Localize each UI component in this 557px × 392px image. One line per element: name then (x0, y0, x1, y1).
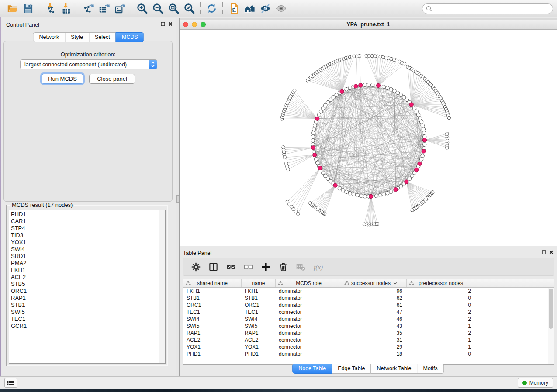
add-icon[interactable] (261, 262, 271, 272)
mcds-hub-node[interactable] (354, 84, 358, 88)
table-row[interactable]: ORC1ORC1dominator610 (183, 302, 554, 309)
cell-shared-name[interactable]: PHD1 (183, 351, 242, 358)
cell-MCDS-role[interactable]: connector (276, 337, 342, 344)
cell-MCDS-role[interactable]: connector (276, 323, 342, 330)
mcds-result-scrollbar[interactable] (159, 210, 165, 363)
cell-shared-name[interactable]: TEC1 (183, 309, 242, 316)
function-icon[interactable]: f(x) (313, 262, 323, 272)
mcds-hub-node[interactable] (313, 153, 317, 157)
close-table-panel-icon[interactable] (549, 250, 554, 254)
mcds-result-item[interactable]: ORC1 (11, 288, 165, 295)
delete-table-icon[interactable] (296, 262, 306, 272)
mcds-hub-node[interactable] (415, 168, 419, 172)
cell-successor-nodes[interactable]: 62 (342, 295, 407, 302)
import-table-icon[interactable] (59, 2, 73, 16)
close-panel-button[interactable]: Close panel (89, 74, 135, 84)
delete-icon[interactable] (278, 262, 288, 272)
cell-predecessor-nodes[interactable]: 2 (407, 330, 475, 337)
memory-button[interactable]: Memory (518, 378, 553, 388)
cell-MCDS-role[interactable]: dominator (276, 316, 342, 323)
cell-name[interactable]: TEC1 (242, 309, 276, 316)
table-row[interactable]: STB1STB1dominator620 (183, 295, 554, 302)
import-network-icon[interactable] (43, 2, 57, 16)
mcds-hub-node[interactable] (359, 83, 363, 87)
mcds-result-item[interactable]: TEC1 (11, 316, 165, 323)
mcds-result-item[interactable]: STB5 (11, 281, 165, 288)
table-row[interactable]: SWI5SWI5connector431 (183, 323, 554, 330)
cell-predecessor-nodes[interactable]: 2 (407, 316, 475, 323)
export-image-icon[interactable] (113, 2, 127, 16)
mcds-hub-node[interactable] (311, 146, 315, 150)
table-row[interactable]: SWI4SWI4dominator462 (183, 316, 554, 323)
cell-successor-nodes[interactable]: 35 (342, 330, 407, 337)
table-row[interactable]: YOX1YOX1connector291 (183, 344, 554, 351)
cell-name[interactable]: RAP1 (242, 330, 276, 337)
mcds-hub-node[interactable] (422, 138, 426, 142)
cell-predecessor-nodes[interactable]: 1 (407, 337, 475, 344)
cell-predecessor-nodes[interactable]: 1 (407, 323, 475, 330)
cell-name[interactable]: SWI4 (242, 316, 276, 323)
mcds-hub-node[interactable] (376, 83, 380, 87)
cell-shared-name[interactable]: ORC1 (183, 302, 242, 309)
cell-MCDS-role[interactable]: dominator (276, 351, 342, 358)
tab-mcds[interactable]: MCDS (116, 32, 144, 42)
cell-predecessor-nodes[interactable]: 0 (407, 295, 475, 302)
tab-select[interactable]: Select (89, 32, 116, 42)
zoom-in-icon[interactable] (135, 2, 149, 16)
cell-successor-nodes[interactable]: 46 (342, 316, 407, 323)
cell-name[interactable]: ACE2 (242, 337, 276, 344)
cell-MCDS-role[interactable]: connector (276, 344, 342, 351)
cell-shared-name[interactable]: RAP1 (183, 330, 242, 337)
cell-shared-name[interactable]: STB1 (183, 295, 242, 302)
zoom-out-icon[interactable] (151, 2, 165, 16)
column-header-successor-nodes[interactable]: successor nodes (342, 279, 407, 287)
export-table-icon[interactable] (97, 2, 111, 16)
gear-icon[interactable] (191, 262, 201, 272)
mcds-result-item[interactable]: YOX1 (11, 239, 165, 246)
mcds-hub-node[interactable] (422, 149, 426, 153)
cell-MCDS-role[interactable]: dominator (276, 288, 342, 295)
refresh-icon[interactable] (204, 2, 218, 16)
select-all-icon[interactable] (226, 262, 236, 272)
hide-graphics-icon[interactable] (258, 2, 272, 16)
network-graph[interactable] (180, 30, 557, 245)
cell-name[interactable]: YOX1 (242, 344, 276, 351)
cell-predecessor-nodes[interactable]: 0 (407, 351, 475, 358)
tab-network[interactable]: Network (33, 32, 65, 42)
table-row[interactable]: RAP1RAP1dominator352 (183, 330, 554, 337)
cell-MCDS-role[interactable]: dominator (276, 295, 342, 302)
mcds-result-item[interactable]: TID3 (11, 232, 165, 239)
cell-MCDS-role[interactable]: dominator (276, 330, 342, 337)
cell-predecessor-nodes[interactable]: 2 (407, 309, 475, 316)
cell-MCDS-role[interactable]: connector (276, 309, 342, 316)
network-canvas[interactable] (180, 30, 557, 245)
column-header-predecessor-nodes[interactable]: predecessor nodes (407, 279, 475, 287)
cell-successor-nodes[interactable]: 18 (342, 351, 407, 358)
mcds-result-item[interactable]: PMA2 (11, 260, 165, 267)
cell-successor-nodes[interactable]: 61 (342, 302, 407, 309)
mcds-result-item[interactable]: GCR1 (11, 323, 165, 330)
search-box[interactable] (422, 3, 553, 14)
mcds-result-item[interactable]: STB1 (11, 302, 165, 309)
cell-MCDS-role[interactable]: dominator (276, 302, 342, 309)
tab-network-table[interactable]: Network Table (371, 364, 418, 374)
save-icon[interactable] (21, 2, 35, 16)
mcds-hub-node[interactable] (315, 117, 319, 120)
mcds-result-item[interactable]: SWI5 (11, 309, 165, 316)
table-row[interactable]: PHD1PHD1dominator180 (183, 351, 554, 358)
cell-name[interactable]: SWI5 (242, 323, 276, 330)
cell-name[interactable]: PHD1 (242, 351, 276, 358)
search-input[interactable] (432, 4, 553, 13)
mcds-result-item[interactable]: CAR1 (11, 218, 165, 225)
cell-successor-nodes[interactable]: 47 (342, 309, 407, 316)
mcds-hub-node[interactable] (394, 188, 398, 192)
table-row[interactable]: FKH1FKH1dominator962 (183, 288, 554, 295)
cell-name[interactable]: FKH1 (242, 288, 276, 295)
export-network-icon[interactable] (81, 2, 95, 16)
mcds-hub-node[interactable] (418, 162, 422, 165)
deselect-all-icon[interactable] (243, 262, 253, 272)
cell-name[interactable]: ORC1 (242, 302, 276, 309)
open-icon[interactable] (5, 2, 19, 16)
zoom-selected-icon[interactable] (182, 2, 196, 16)
run-mcds-button[interactable]: Run MCDS (42, 74, 83, 84)
